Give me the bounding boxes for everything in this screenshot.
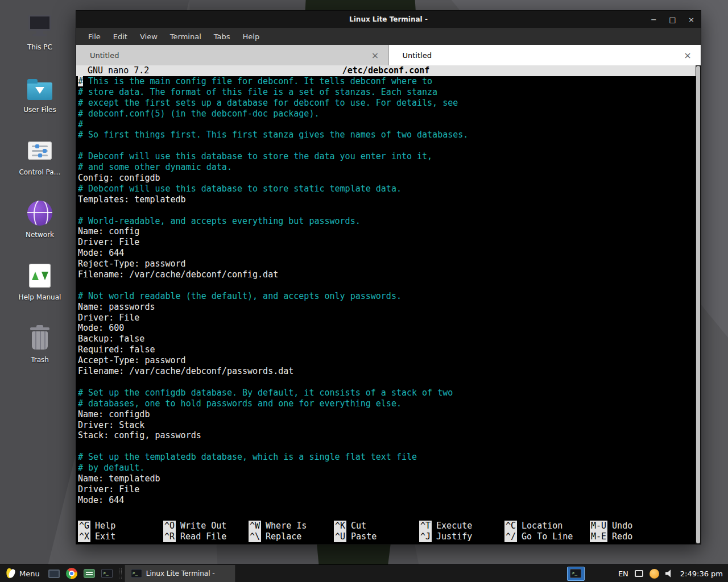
close-button[interactable]: × — [682, 11, 701, 28]
terminal-launcher[interactable]: >_ — [100, 566, 115, 581]
nano-shortcut[interactable]: ^KCut — [334, 521, 419, 531]
nano-line — [78, 140, 696, 151]
nano-shortcut[interactable]: ^/Go To Line — [504, 531, 590, 542]
desktop-icon-control-panel[interactable]: Control Pa… — [13, 136, 67, 176]
nano-shortcut[interactable]: ^OWrite Out — [163, 521, 249, 531]
desktop-icon-label: Trash — [31, 356, 49, 364]
start-menu-button[interactable]: Menu — [0, 565, 46, 582]
clipboard-icon[interactable] — [635, 570, 643, 577]
nano-shortcut[interactable]: ^CLocation — [504, 521, 590, 531]
shortcut-key: ^U — [334, 531, 346, 542]
menu-label: Menu — [19, 569, 40, 578]
menu-view[interactable]: View — [134, 30, 164, 44]
tab-untitled-2[interactable]: Untitled× — [389, 45, 701, 65]
nano-content[interactable]: # This is the main config file for debco… — [76, 76, 696, 521]
nano-line: # So first things first. This first stan… — [78, 130, 696, 140]
shortcut-label: Exit — [95, 531, 115, 542]
desktop-icon-this-pc[interactable]: This PC — [13, 11, 67, 51]
shortcut-key: ^\ — [249, 531, 261, 542]
scrollbar-thumb[interactable] — [696, 66, 700, 543]
nano-line: # except the first sets up a database fo… — [78, 98, 696, 109]
file-manager-icon — [84, 569, 95, 578]
nano-line: # by default. — [78, 463, 696, 473]
nano-line: # — [78, 119, 696, 130]
shortcut-label: Paste — [351, 531, 377, 542]
window-titlebar[interactable]: Linux Lite Terminal - − □ × — [76, 11, 701, 28]
tab-untitled-1[interactable]: Untitled× — [76, 45, 389, 65]
nano-line: Driver: File — [78, 484, 696, 495]
user-files-icon — [26, 74, 54, 102]
notification-icon[interactable] — [650, 569, 659, 579]
nano-shortcut[interactable]: ^JJustify — [419, 531, 504, 542]
desktop-icon-trash[interactable]: Trash — [13, 324, 67, 364]
nano-shortcut[interactable]: ^GHelp — [78, 521, 163, 531]
window-controls: − □ × — [644, 11, 701, 28]
tab-close-icon[interactable]: × — [681, 50, 694, 61]
nano-line: Config: configdb — [78, 173, 696, 184]
shortcut-key: M-U — [590, 521, 607, 531]
desktop-icon-help-manual[interactable]: Help Manual — [13, 261, 67, 301]
file-manager-launcher[interactable] — [82, 566, 97, 581]
chrome-icon — [66, 568, 77, 579]
nano-line — [78, 441, 696, 452]
tab-label: Untitled — [396, 51, 682, 60]
menu-help[interactable]: Help — [237, 30, 266, 44]
menu-tabs[interactable]: Tabs — [208, 30, 237, 44]
nano-line: # Debconf will use this database to stor… — [78, 184, 696, 194]
terminal-scrollbar[interactable] — [696, 65, 701, 544]
desktop-icon-label: Network — [26, 231, 54, 239]
desktop-icon-network[interactable]: Network — [13, 199, 67, 239]
nano-line — [78, 280, 696, 291]
shortcut-key: ^O — [163, 521, 176, 531]
browser-launcher[interactable] — [64, 566, 80, 581]
desktop-icons: This PCUser FilesControl Pa…NetworkHelp … — [13, 11, 67, 364]
tab-close-icon[interactable]: × — [369, 50, 382, 61]
nano-filename: /etc/debconf.conf — [76, 65, 696, 76]
menu-bar: FileEditViewTerminalTabsHelp — [76, 28, 701, 45]
task-button-terminal[interactable]: >_ Linux Lite Terminal - — [125, 565, 235, 582]
nano-line: # Set up the templatedb database, which … — [78, 452, 696, 463]
nano-line: Driver: File — [78, 237, 696, 248]
tray-terminal-indicator[interactable]: >_ — [567, 567, 585, 581]
taskbar: Menu >_ >_ Linux Lite Terminal - >_ EN 2… — [0, 564, 728, 582]
show-desktop-button[interactable] — [47, 566, 62, 581]
nano-shortcut[interactable]: M-ERedo — [590, 531, 675, 542]
nano-shortcut[interactable]: ^\Replace — [249, 531, 334, 542]
nano-line: # Set up the configdb database. By defau… — [78, 388, 696, 398]
volume-icon[interactable] — [665, 569, 674, 577]
keyboard-layout-indicator[interactable]: EN — [618, 569, 628, 578]
trash-icon — [26, 324, 54, 352]
control-panel-icon — [26, 136, 54, 165]
shortcut-key: ^/ — [504, 531, 517, 542]
nano-line: Templates: templatedb — [78, 194, 696, 205]
terminal-glyph: >_ — [572, 571, 577, 576]
linux-lite-logo-icon — [6, 568, 15, 579]
terminal-area[interactable]: GNU nano 7.2 /etc/debconf.conf # This is… — [76, 65, 701, 544]
maximize-button[interactable]: □ — [663, 11, 682, 28]
nano-shortcut[interactable]: ^WWhere Is — [249, 521, 334, 531]
nano-shortcut[interactable]: ^XExit — [78, 531, 163, 542]
shortcut-label: Undo — [612, 521, 632, 531]
nano-shortcut[interactable]: ^RRead File — [163, 531, 249, 542]
nano-shortcuts: ^GHelp^OWrite Out^WWhere Is^KCut^TExecut… — [76, 521, 696, 544]
shortcut-label: Execute — [436, 521, 472, 531]
menu-edit[interactable]: Edit — [107, 30, 134, 44]
minimize-button[interactable]: − — [644, 11, 663, 28]
shortcut-row: ^XExit^RRead File^\Replace^UPaste^JJusti… — [78, 531, 696, 542]
nano-line: Driver: File — [78, 313, 696, 323]
nano-line: Accept-Type: password — [78, 355, 696, 366]
nano-line: Name: configdb — [78, 409, 696, 420]
desktop-icon-user-files[interactable]: User Files — [13, 74, 67, 114]
terminal-icon: >_ — [131, 569, 142, 578]
menu-terminal[interactable]: Terminal — [164, 30, 208, 44]
nano-shortcut[interactable]: M-UUndo — [590, 521, 675, 531]
nano-shortcut[interactable]: ^TExecute — [419, 521, 504, 531]
shortcut-label: Read File — [180, 531, 226, 542]
nano-line: # debconf.conf(5) (in the debconf-doc pa… — [78, 109, 696, 119]
menu-file[interactable]: File — [82, 30, 107, 44]
nano-line — [78, 205, 696, 216]
nano-shortcut[interactable]: ^UPaste — [334, 531, 419, 542]
shortcut-key: ^X — [78, 531, 90, 542]
nano-editor: GNU nano 7.2 /etc/debconf.conf # This is… — [76, 65, 696, 544]
clock[interactable]: 2:49:36 pm — [680, 569, 723, 578]
